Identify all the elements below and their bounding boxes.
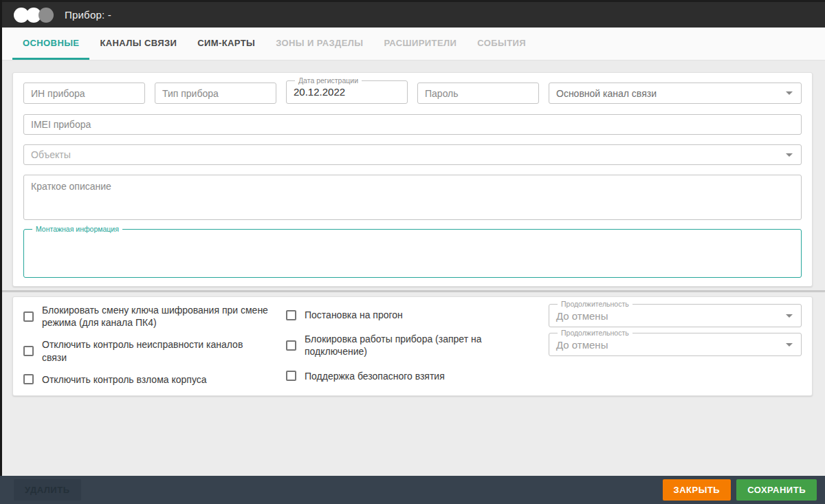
close-button[interactable]: ЗАКРЫТЬ [663, 479, 732, 501]
chevron-down-icon [786, 153, 793, 157]
section-divider [0, 290, 825, 292]
imei-field[interactable] [23, 114, 802, 135]
device-form-card: Дата регистрации Основной канал связи Об… [12, 72, 813, 287]
checkbox-test-run[interactable]: Постановка на прогон [286, 309, 539, 321]
checkbox[interactable] [286, 371, 296, 381]
installation-info-label: Монтажная информация [32, 226, 122, 233]
footer-actions: УДАЛИТЬ ЗАКРЫТЬ СОХРАНИТЬ [0, 476, 825, 504]
checkbox-safe-arming-support[interactable]: Поддержка безопасного взятия [286, 370, 539, 382]
chevron-down-icon [786, 343, 793, 347]
checkbox[interactable] [23, 311, 34, 322]
titlebar: Прибор: - [0, 0, 825, 28]
tab-zones-partitions: ЗОНЫ И РАЗДЕЛЫ [265, 28, 373, 60]
device-options-card: Блокировать смену ключа шифрования при с… [12, 296, 813, 396]
duration-label: Продолжительность [558, 300, 632, 308]
form-row-1: Дата регистрации Основной канал связи [23, 77, 802, 104]
device-dialog-window: Прибор: - ОСНОВНЫЕ КАНАЛЫ СВЯЗИ СИМ-КАРТ… [0, 0, 825, 504]
checkbox[interactable] [23, 346, 34, 356]
checkbox-block-device-operation[interactable]: Блокировка работы прибора (запрет на под… [286, 333, 539, 358]
checkbox-disable-channel-fault-control[interactable]: Отключить контроль неисправности каналов… [23, 338, 270, 363]
duration-value: До отмены [556, 339, 786, 351]
duration-label: Продолжительность [558, 329, 632, 337]
chevron-down-icon [786, 314, 793, 318]
window-title: Прибор: - [65, 9, 111, 21]
registration-date-label: Дата регистрации [295, 77, 362, 85]
main-channel-select[interactable]: Основной канал связи [549, 83, 802, 104]
tabbar: ОСНОВНЫЕ КАНАЛЫ СВЯЗИ СИМ-КАРТЫ ЗОНЫ И Р… [0, 28, 825, 61]
checkbox[interactable] [286, 340, 296, 351]
duration-select-inner[interactable]: До отмены [556, 337, 794, 353]
duration-select-inner[interactable]: До отмены [556, 308, 794, 325]
options-column-2: Постановка на прогон Блокировка работы п… [286, 303, 539, 386]
main-channel-value: Основной канал связи [556, 88, 786, 99]
checkbox-block-key-change[interactable]: Блокировать смену ключа шифрования при с… [23, 304, 270, 329]
registration-date-input[interactable] [294, 85, 400, 98]
installation-info-input[interactable] [31, 233, 794, 272]
logo-dot-icon [38, 8, 54, 23]
tab-main[interactable]: ОСНОВНЫЕ [12, 28, 89, 60]
tab-expanders: РАСШИРИТЕЛИ [373, 28, 467, 60]
tab-sim-cards[interactable]: СИМ-КАРТЫ [187, 28, 265, 60]
tab-channels[interactable]: КАНАЛЫ СВЯЗИ [89, 28, 187, 60]
duration-select-1[interactable]: Продолжительность До отмены [549, 300, 802, 327]
delete-button[interactable]: УДАЛИТЬ [14, 479, 81, 501]
objects-select[interactable]: Объекты [23, 144, 802, 165]
main-content: Дата регистрации Основной канал связи Об… [0, 61, 825, 476]
background-window-edge [0, 0, 2, 476]
registration-date-field[interactable]: Дата регистрации [286, 77, 408, 104]
installation-info-field[interactable]: Монтажная информация [23, 226, 802, 278]
logo-dots-icon [14, 8, 54, 23]
save-button[interactable]: СОХРАНИТЬ [736, 479, 817, 501]
objects-value: Объекты [31, 149, 786, 160]
password-field[interactable] [417, 83, 539, 104]
checkbox[interactable] [23, 374, 34, 384]
checkbox-disable-tamper-control[interactable]: Отключить контроль взлома корпуса [23, 373, 270, 386]
device-id-field[interactable] [23, 83, 145, 104]
duration-value: До отмены [556, 310, 786, 322]
chevron-down-icon [786, 91, 793, 95]
checkbox[interactable] [286, 310, 296, 320]
options-column-3: Продолжительность До отмены Продолжитель… [549, 300, 802, 386]
duration-select-2[interactable]: Продолжительность До отмены [549, 329, 802, 356]
device-type-field[interactable] [155, 83, 276, 104]
short-description-field[interactable] [23, 175, 802, 220]
tab-events: СОБЫТИЯ [467, 28, 536, 60]
options-column-1: Блокировать смену ключа шифрования при с… [23, 303, 270, 386]
